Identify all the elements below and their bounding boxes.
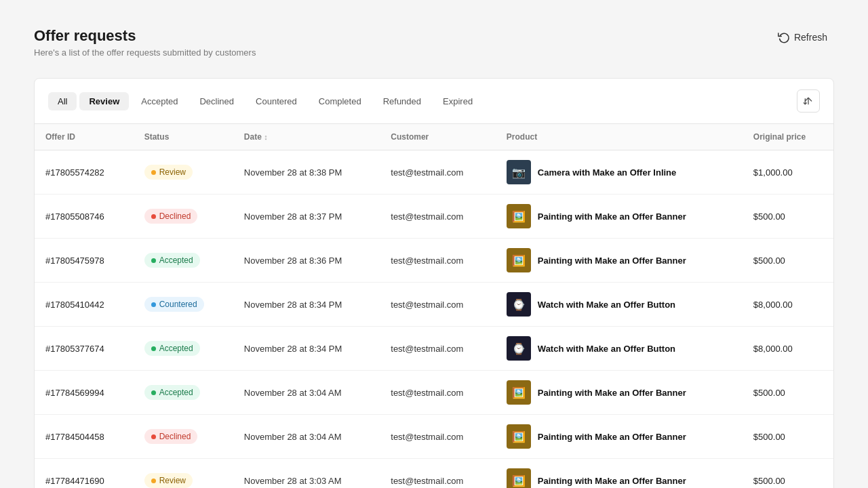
badge-dot — [151, 302, 156, 307]
table-row[interactable]: #17805574282 Review November 28 at 8:38 … — [35, 150, 833, 195]
date-sort-icon: ↕ — [264, 133, 268, 141]
table-row[interactable]: #17784569994 Accepted November 28 at 3:0… — [35, 371, 833, 415]
page-header: Offer requests Here's a list of the offe… — [34, 27, 834, 58]
cell-original-price: $500.00 — [743, 371, 833, 415]
cell-original-price: $8,000.00 — [743, 283, 833, 327]
product-cell: 🖼️ Painting with Make an Offer Banner — [507, 248, 732, 272]
cell-customer: test@testmail.com — [380, 150, 496, 195]
product-name: Watch with Make an Offer Button — [538, 344, 675, 354]
status-badge: Accepted — [144, 341, 200, 356]
product-cell: 🖼️ Painting with Make an Offer Banner — [507, 204, 732, 228]
badge-dot — [151, 214, 156, 219]
cell-product: 🖼️ Painting with Make an Offer Banner — [496, 371, 743, 415]
table-row[interactable]: #17805508746 Declined November 28 at 8:3… — [35, 195, 833, 239]
badge-dot — [151, 434, 156, 439]
cell-product: 🖼️ Painting with Make an Offer Banner — [496, 415, 743, 459]
product-name: Painting with Make an Offer Banner — [538, 388, 686, 398]
sort-icon — [803, 96, 814, 106]
cell-original-price: $8,000.00 — [743, 327, 833, 371]
cell-product: 🖼️ Painting with Make an Offer Banner — [496, 239, 743, 283]
product-image: 🖼️ — [507, 424, 531, 449]
cell-customer: test@testmail.com — [380, 283, 496, 327]
cell-status: Declined — [134, 415, 233, 459]
cell-status: Accepted — [134, 239, 233, 283]
status-badge: Review — [144, 473, 193, 488]
page-subtitle: Here's a list of the offer requests subm… — [34, 47, 256, 58]
cell-offer-id: #17784569994 — [35, 371, 134, 415]
cell-customer: test@testmail.com — [380, 371, 496, 415]
product-name: Painting with Make an Offer Banner — [538, 211, 686, 222]
cell-offer-id: #17805574282 — [35, 150, 134, 195]
product-cell: 🖼️ Painting with Make an Offer Banner — [507, 424, 732, 449]
product-image: 📷 — [507, 160, 531, 184]
product-image: 🖼️ — [507, 468, 531, 488]
badge-dot — [151, 479, 156, 483]
product-cell: ⌚ Watch with Make an Offer Button — [507, 336, 732, 361]
product-image: 🖼️ — [507, 380, 531, 405]
cell-date: November 28 at 8:34 PM — [233, 327, 380, 371]
product-name: Painting with Make an Offer Banner — [538, 256, 686, 266]
product-image: ⌚ — [507, 336, 531, 361]
product-cell: ⌚ Watch with Make an Offer Button — [507, 292, 732, 317]
tab-all[interactable]: All — [48, 92, 77, 110]
refresh-button[interactable]: Refresh — [771, 27, 834, 47]
cell-status: Review — [134, 150, 233, 195]
tab-accepted[interactable]: Accepted — [132, 92, 187, 110]
cell-original-price: $1,000.00 — [743, 150, 833, 195]
cell-date: November 28 at 8:34 PM — [233, 283, 380, 327]
badge-dot — [151, 258, 156, 263]
cell-customer: test@testmail.com — [380, 195, 496, 239]
cell-date: November 28 at 3:04 AM — [233, 415, 380, 459]
table-row[interactable]: #17784504458 Declined November 28 at 3:0… — [35, 415, 833, 459]
cell-offer-id: #17784504458 — [35, 415, 134, 459]
cell-status: Declined — [134, 195, 233, 239]
cell-date: November 28 at 8:38 PM — [233, 150, 380, 195]
product-name: Watch with Make an Offer Button — [538, 300, 675, 310]
tab-refunded[interactable]: Refunded — [374, 92, 431, 110]
cell-date: November 28 at 3:03 AM — [233, 459, 380, 489]
cell-offer-id: #17805508746 — [35, 195, 134, 239]
cell-offer-id: #17784471690 — [35, 459, 134, 489]
cell-customer: test@testmail.com — [380, 327, 496, 371]
sort-button[interactable] — [797, 89, 820, 113]
table-row[interactable]: #17784471690 Review November 28 at 3:03 … — [35, 459, 833, 489]
cell-product: ⌚ Watch with Make an Offer Button — [496, 327, 743, 371]
cell-customer: test@testmail.com — [380, 415, 496, 459]
product-image: 🖼️ — [507, 248, 531, 272]
badge-dot — [151, 346, 156, 351]
offers-table: Offer ID Status Date ↕ Customer Product … — [35, 124, 833, 488]
tab-expired[interactable]: Expired — [433, 92, 482, 110]
cell-product: 📷 Camera with Make an Offer Inline — [496, 150, 743, 195]
product-cell: 📷 Camera with Make an Offer Inline — [507, 160, 732, 184]
refresh-icon — [778, 31, 790, 43]
cell-product: ⌚ Watch with Make an Offer Button — [496, 283, 743, 327]
badge-dot — [151, 170, 156, 175]
table-header-row: Offer ID Status Date ↕ Customer Product … — [35, 124, 833, 150]
tab-declined[interactable]: Declined — [190, 92, 243, 110]
product-image: ⌚ — [507, 292, 531, 317]
table-row[interactable]: #17805377674 Accepted November 28 at 8:3… — [35, 327, 833, 371]
table-row[interactable]: #17805475978 Accepted November 28 at 8:3… — [35, 239, 833, 283]
status-badge: Countered — [144, 297, 204, 312]
tab-countered[interactable]: Countered — [246, 92, 307, 110]
status-badge: Declined — [144, 429, 198, 444]
tab-review[interactable]: Review — [79, 92, 129, 110]
col-offer-id: Offer ID — [35, 124, 134, 150]
cell-date: November 28 at 3:04 AM — [233, 371, 380, 415]
cell-original-price: $500.00 — [743, 195, 833, 239]
status-badge: Accepted — [144, 385, 200, 400]
header-left: Offer requests Here's a list of the offe… — [34, 27, 256, 58]
table-row[interactable]: #17805410442 Countered November 28 at 8:… — [35, 283, 833, 327]
status-badge: Review — [144, 165, 193, 180]
product-cell: 🖼️ Painting with Make an Offer Banner — [507, 380, 732, 405]
cell-status: Review — [134, 459, 233, 489]
cell-date: November 28 at 8:36 PM — [233, 239, 380, 283]
cell-offer-id: #17805377674 — [35, 327, 134, 371]
cell-original-price: $500.00 — [743, 239, 833, 283]
product-image: 🖼️ — [507, 204, 531, 228]
cell-customer: test@testmail.com — [380, 239, 496, 283]
col-customer: Customer — [380, 124, 496, 150]
tab-completed[interactable]: Completed — [309, 92, 371, 110]
col-date[interactable]: Date ↕ — [233, 124, 380, 150]
cell-customer: test@testmail.com — [380, 459, 496, 489]
